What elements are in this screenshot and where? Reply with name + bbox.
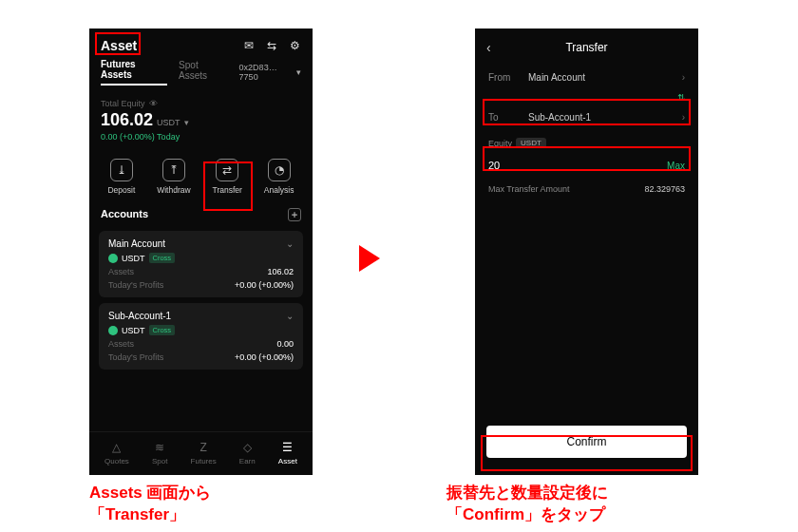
equity-unit: USDT xyxy=(157,118,180,127)
max-transfer-label: Max Transfer Amount xyxy=(488,184,570,194)
analysis-label: Analysis xyxy=(264,185,294,195)
coin-icon xyxy=(108,254,118,263)
nav-label: Futures xyxy=(191,457,217,466)
asset-icon: ☰ xyxy=(280,440,295,455)
equity-unit-pill: USDT xyxy=(516,138,546,148)
deposit-label: Deposit xyxy=(107,185,135,195)
nav-quotes[interactable]: △Quotes xyxy=(104,440,129,466)
profits-label: Today's Profits xyxy=(108,352,163,362)
confirm-button[interactable]: Confirm xyxy=(486,426,687,458)
nav-label: Spot xyxy=(152,457,167,466)
equity-label-text: Equity xyxy=(488,139,512,148)
tab-spot-assets[interactable]: Spot Assets xyxy=(179,60,228,85)
coin-symbol: USDT xyxy=(122,326,145,335)
coin-symbol: USDT xyxy=(122,254,145,263)
account-name: Sub-Account-1 xyxy=(108,311,171,321)
equity-change: 0.00 (+0.00%) Today xyxy=(101,132,301,142)
equity-label: Total Equity 👁 xyxy=(101,99,301,108)
amount-value: 20 xyxy=(488,160,667,171)
transfer-top-bar: ‹ Transfer xyxy=(475,28,698,63)
deposit-icon: ⤓ xyxy=(110,159,133,181)
withdraw-button[interactable]: ⤒ Withdraw xyxy=(157,159,190,195)
nav-futures[interactable]: ZFutures xyxy=(191,440,217,466)
settings-icon[interactable]: ⚙ xyxy=(288,39,301,52)
earn-icon: ◇ xyxy=(239,440,255,455)
accounts-header: Accounts ＋ xyxy=(89,204,313,225)
asset-tabs: Futures Assets Spot Assets 0x2D83…7750 ▾ xyxy=(89,59,313,91)
bottom-nav: △Quotes ≋Spot ZFutures ◇Earn ☰Asset xyxy=(89,431,313,475)
quotes-icon: △ xyxy=(109,440,124,455)
transfer-button[interactable]: ⇄ Transfer xyxy=(213,159,242,195)
analysis-button[interactable]: ◔ Analysis xyxy=(264,159,294,195)
swap-direction-button[interactable]: ⇅ xyxy=(475,92,698,103)
asset-top-bar: Asset ✉ ⇆ ⚙ xyxy=(89,28,313,59)
assets-value: 106.02 xyxy=(267,267,294,276)
chevron-right-icon: › xyxy=(682,72,685,83)
to-value: Sub-Account-1 xyxy=(528,112,682,123)
caption-left: Assets 画面から 「Transfer」 xyxy=(89,483,211,526)
chevron-right-icon: › xyxy=(682,112,685,123)
accounts-title: Accounts xyxy=(101,208,148,221)
from-label: From xyxy=(488,72,528,83)
deposit-button[interactable]: ⤓ Deposit xyxy=(107,159,135,195)
coin-icon xyxy=(108,326,118,335)
caption-right: 振替先と数量設定後に 「Confirm」をタップ xyxy=(446,483,608,526)
tab-futures-assets[interactable]: Futures Assets xyxy=(101,59,167,86)
wallet-address-text: 0x2D83…7750 xyxy=(239,63,294,82)
chevron-down-icon: ⌄ xyxy=(286,311,294,321)
to-label: To xyxy=(488,112,528,123)
assets-value: 0.00 xyxy=(276,339,294,349)
nav-spot[interactable]: ≋Spot xyxy=(152,440,167,466)
equity-row-label: Equity USDT xyxy=(475,132,698,152)
chevron-down-icon[interactable]: ▾ xyxy=(184,118,189,127)
transfer-icon: ⇄ xyxy=(216,159,238,181)
asset-screen: Asset ✉ ⇆ ⚙ Futures Assets Spot Assets 0… xyxy=(89,28,313,475)
analysis-icon: ◔ xyxy=(268,159,291,181)
account-name: Main Account xyxy=(108,238,165,249)
spot-icon: ≋ xyxy=(152,440,167,455)
chevron-down-icon: ▾ xyxy=(296,67,301,77)
nav-label: Earn xyxy=(239,457,256,466)
profits-label: Today's Profits xyxy=(108,280,163,290)
to-account-row[interactable]: To Sub-Account-1 › xyxy=(475,103,698,132)
assets-label: Assets xyxy=(108,267,134,276)
max-button[interactable]: Max xyxy=(667,161,685,171)
assets-label: Assets xyxy=(108,339,134,349)
max-transfer-value: 82.329763 xyxy=(644,184,685,194)
amount-input-row[interactable]: 20 Max xyxy=(475,152,698,179)
add-account-button[interactable]: ＋ xyxy=(288,208,301,221)
top-icon-group: ✉ ⇆ ⚙ xyxy=(242,39,301,52)
futures-icon: Z xyxy=(196,440,211,455)
from-account-row[interactable]: From Main Account › xyxy=(475,63,698,92)
chevron-down-icon: ⌄ xyxy=(286,238,294,249)
transfer-title: Transfer xyxy=(475,41,698,54)
eye-icon[interactable]: 👁 xyxy=(149,99,158,108)
transfer-screen: ‹ Transfer From Main Account › ⇅ To Sub-… xyxy=(475,28,698,475)
action-row: ⤓ Deposit ⤒ Withdraw ⇄ Transfer ◔ Analys… xyxy=(89,145,313,204)
max-transfer-row: Max Transfer Amount 82.329763 xyxy=(475,179,698,200)
transfer-label: Transfer xyxy=(213,185,242,195)
nav-label: Quotes xyxy=(104,457,129,466)
nav-earn[interactable]: ◇Earn xyxy=(239,440,256,466)
account-card[interactable]: Sub-Account-1 ⌄ USDT Cross Assets 0.00 T… xyxy=(99,303,303,370)
withdraw-label: Withdraw xyxy=(157,185,190,195)
flow-arrow-icon xyxy=(359,245,380,272)
equity-value: 106.02 xyxy=(101,110,153,130)
equity-label-text: Total Equity xyxy=(101,99,145,108)
withdraw-icon: ⤒ xyxy=(162,159,185,181)
page-title: Asset xyxy=(101,38,137,53)
nav-asset[interactable]: ☰Asset xyxy=(278,440,297,466)
from-value: Main Account xyxy=(528,72,682,83)
nav-label: Asset xyxy=(278,457,297,466)
confirm-wrap: Confirm xyxy=(486,426,687,458)
mode-badge: Cross xyxy=(149,253,176,263)
mode-badge: Cross xyxy=(149,325,176,335)
wallet-address[interactable]: 0x2D83…7750 ▾ xyxy=(239,63,301,82)
equity-value-row: 106.02 USDT ▾ xyxy=(101,110,301,130)
account-card[interactable]: Main Account ⌄ USDT Cross Assets 106.02 … xyxy=(99,231,303,297)
toggle-icon[interactable]: ⇆ xyxy=(265,39,278,52)
equity-panel: Total Equity 👁 106.02 USDT ▾ 0.00 (+0.00… xyxy=(89,91,313,145)
profits-value: +0.00 (+0.00%) xyxy=(235,352,294,362)
chat-icon[interactable]: ✉ xyxy=(242,39,256,52)
profits-value: +0.00 (+0.00%) xyxy=(235,280,294,290)
